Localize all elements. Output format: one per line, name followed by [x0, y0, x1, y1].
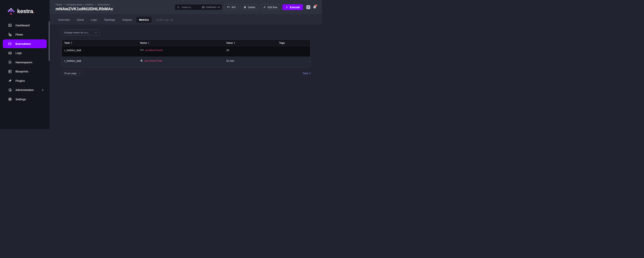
namespaces-icon: [8, 60, 12, 64]
sidebar: kestra. Dashboard Flows Executions Logs …: [0, 0, 50, 129]
tab-overview[interactable]: Overview: [55, 17, 73, 23]
notifications-button[interactable]: [312, 5, 317, 10]
column-label: Name: [140, 41, 147, 44]
sidebar-item-label: Dashboard: [16, 24, 30, 27]
sidebar-item-label: Logs: [16, 51, 22, 55]
table-row[interactable]: r_metrics_task 123 productCount 20: [62, 46, 310, 57]
notification-badge: [315, 5, 317, 7]
chevron-down-icon: [95, 31, 97, 34]
help-button[interactable]: ?: [306, 5, 310, 9]
metric-selector-dropdown[interactable]: Display metric for a s...: [62, 30, 100, 36]
metric-name: productCount: [146, 49, 163, 52]
column-header-task[interactable]: Task ▲▼: [62, 41, 140, 44]
tab-bar: Overview Gantt Logs Topology Outputs Met…: [50, 15, 322, 25]
sidebar-item-label: Settings: [16, 98, 26, 101]
column-header-tags: Tags: [279, 41, 310, 44]
sidebar-item-executions[interactable]: Executions: [3, 39, 47, 48]
cell-value: 20: [226, 49, 279, 52]
search-icon: [177, 6, 180, 9]
chevron-down-icon: [78, 72, 80, 74]
tab-outputs[interactable]: Outputs: [120, 17, 135, 23]
sort-icon-active-asc: ▲▼: [148, 41, 150, 44]
main-area: Flows / company.team.r_metrics / Executi…: [50, 0, 322, 129]
sidebar-item-label: Executions: [16, 42, 31, 46]
top-header: Flows / company.team.r_metrics / Executi…: [50, 0, 322, 15]
sidebar-item-plugins[interactable]: Plugins: [3, 76, 47, 85]
number-123-icon: 123: [140, 49, 144, 51]
sidebar-item-dashboard[interactable]: Dashboard: [3, 21, 47, 30]
executions-icon: [8, 42, 12, 46]
sidebar-item-label: Administration: [16, 88, 34, 92]
execute-button-label: Execute: [290, 6, 300, 9]
logo-dot: .: [33, 8, 34, 14]
tab-metrics[interactable]: Metrics: [136, 17, 152, 23]
tab-audit-logs[interactable]: Audit Logs: [153, 17, 176, 23]
chevron-right-icon: [41, 88, 44, 91]
administration-icon: [8, 88, 12, 92]
sidebar-item-namespaces[interactable]: Namespaces: [3, 58, 47, 67]
blueprints-icon: [8, 70, 12, 74]
breadcrumb-separator: /: [95, 3, 96, 6]
page-size-dropdown[interactable]: 25 per page: [62, 71, 83, 76]
pencil-icon: [263, 6, 266, 9]
execute-button[interactable]: Execute: [282, 4, 303, 10]
api-button[interactable]: API API: [224, 4, 238, 10]
kestra-logo-icon: [8, 8, 15, 15]
logs-icon: [8, 51, 12, 55]
table-row[interactable]: r_metrics_task purchaseTime 32.44s: [62, 57, 310, 67]
search-shortcut: Ctrl/Cmd + K: [202, 6, 220, 9]
shortcut-label: Ctrl/Cmd + K: [206, 6, 220, 9]
metrics-content: Display metric for a s... Task ▲▼ Name ▲…: [50, 25, 322, 129]
sidebar-item-logs[interactable]: Logs: [3, 49, 47, 58]
breadcrumb-executions[interactable]: Executions: [98, 3, 110, 6]
sidebar-item-administration[interactable]: Administration: [3, 86, 47, 94]
sidebar-item-blueprints[interactable]: Blueprints: [3, 67, 47, 76]
sidebar-item-label: Namespaces: [16, 61, 32, 64]
dashboard-icon: [8, 23, 12, 27]
column-label: Task: [64, 41, 70, 44]
sort-icon: ▲▼: [71, 41, 72, 44]
delete-button[interactable]: Delete: [241, 4, 258, 10]
sidebar-item-label: Blueprints: [16, 70, 28, 73]
tab-audit-logs-label: Audit Logs: [156, 18, 169, 21]
sort-icon: ▲▼: [234, 41, 235, 44]
page-title: mNAwZVK1o8N1lDHLRbMAc: [56, 7, 113, 11]
api-button-label: API: [232, 6, 236, 9]
api-icon: API: [227, 6, 230, 8]
search-placeholder: Jump to...: [182, 6, 192, 9]
tab-gantt[interactable]: Gantt: [74, 17, 87, 23]
header-actions: Jump to... Ctrl/Cmd + K API API Delete: [175, 4, 317, 10]
column-label: Tags: [279, 41, 285, 44]
column-header-name[interactable]: Name ▲▼: [140, 41, 226, 44]
breadcrumb: Flows / company.team.r_metrics / Executi…: [56, 3, 113, 6]
trash-icon: [244, 6, 246, 9]
table-header-row: Task ▲▼ Name ▲▼ Value ▲▼ Tags: [62, 40, 310, 46]
tab-topology[interactable]: Topology: [101, 17, 118, 23]
flows-icon: [8, 33, 12, 37]
delete-button-label: Delete: [248, 6, 255, 9]
sidebar-scrollbar[interactable]: [49, 21, 50, 61]
stopwatch-icon: [140, 59, 143, 62]
column-label: Value: [226, 41, 233, 44]
kestra-logo[interactable]: kestra.: [8, 8, 34, 15]
app-root: kestra. Dashboard Flows Executions Logs …: [0, 0, 322, 129]
settings-icon: [8, 97, 12, 101]
metric-selector-placeholder: Display metric for a s...: [64, 31, 90, 34]
column-header-value[interactable]: Value ▲▼: [226, 41, 279, 44]
cell-name: 123 productCount: [140, 49, 226, 52]
metric-name: purchaseTime: [144, 59, 162, 62]
sidebar-item-label: Flows: [16, 33, 23, 36]
breadcrumb-flows[interactable]: Flows: [56, 3, 62, 6]
edit-flow-button-label: Edit flow: [268, 6, 277, 9]
sidebar-item-settings[interactable]: Settings: [3, 95, 47, 104]
total-count: Total: 2: [302, 72, 310, 75]
sidebar-nav: Dashboard Flows Executions Logs Namespac…: [3, 21, 47, 104]
jump-to-search[interactable]: Jump to... Ctrl/Cmd + K: [175, 4, 222, 10]
edit-flow-button[interactable]: Edit flow: [260, 4, 280, 10]
sidebar-item-flows[interactable]: Flows: [3, 30, 47, 39]
cell-task: r_metrics_task: [62, 59, 140, 62]
lightning-icon: [286, 6, 288, 9]
lock-icon: [171, 19, 173, 21]
breadcrumb-flow-id[interactable]: company.team.r_metrics: [66, 3, 94, 6]
tab-logs[interactable]: Logs: [88, 17, 100, 23]
